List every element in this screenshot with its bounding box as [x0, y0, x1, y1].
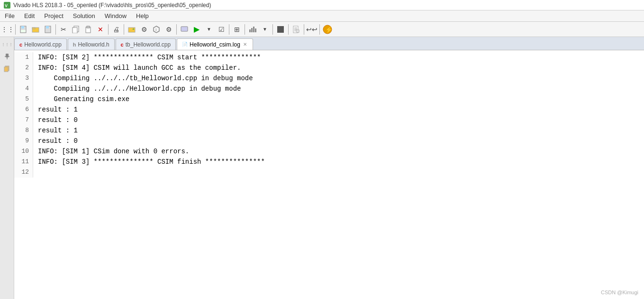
tab-helloworld-csim-log[interactable]: 📄 Helloworld_csim.log ✕ — [177, 38, 253, 50]
svg-text:+: + — [132, 27, 135, 31]
svg-rect-12 — [87, 26, 90, 28]
toolbar-grid-btn[interactable]: ⊞ — [231, 24, 243, 35]
code-line-11: 11INFO: [SIM 3] *************** CSIM fin… — [14, 157, 644, 167]
toolbar-check-btn[interactable]: ☑ — [216, 24, 227, 35]
sidebar-dots-btn[interactable]: ⋮⋮⋮ — [2, 39, 12, 49]
svg-rect-30 — [6, 54, 9, 57]
svg-rect-22 — [277, 26, 284, 33]
menu-item-help[interactable]: Help — [131, 11, 154, 20]
line-content-2: INFO: [SIM 4] CSIM will launch GCC as th… — [33, 63, 241, 73]
line-number-4: 4 — [14, 84, 33, 94]
code-line-5: 5 Generating csim.exe — [14, 94, 644, 104]
line-number-1: 1 — [14, 52, 33, 63]
line-content-11: INFO: [SIM 3] *************** CSIM finis… — [33, 157, 265, 167]
tab-label-helloworld-csim-log: Helloworld_csim.log — [190, 41, 240, 48]
line-content-6: result : 1 — [33, 104, 78, 115]
title-text: Vivado HLS 2018.3 - 05_openled (F:\vivad… — [13, 2, 211, 9]
line-number-9: 9 — [14, 136, 33, 146]
svg-text:↕: ↕ — [155, 28, 157, 32]
tab-label-tb-helloworld-cpp: tb_Helloworld.cpp — [126, 41, 171, 48]
line-number-3: 3 — [14, 73, 33, 84]
svg-rect-21 — [255, 28, 256, 32]
toolbar-settings-btn[interactable]: ⚙ — [138, 24, 150, 35]
toolbar-lightning-btn[interactable]: ⚡ — [322, 24, 333, 35]
menu-item-solution[interactable]: Solution — [68, 11, 100, 20]
svg-rect-18 — [249, 29, 251, 32]
title-icon: V — [4, 2, 10, 9]
svg-rect-8 — [46, 26, 49, 28]
toolbar-paste-btn[interactable] — [82, 24, 94, 35]
line-number-11: 11 — [14, 157, 33, 167]
menu-bar: FileEditProjectSolutionWindowHelp — [0, 10, 644, 22]
code-line-6: 6result : 1 — [14, 104, 644, 115]
toolbar-hexagon-btn[interactable]: ↕ — [151, 24, 162, 35]
line-number-12: 12 — [14, 167, 33, 178]
toolbar-chart-btn[interactable] — [247, 24, 258, 35]
sidebar-copy-btn[interactable] — [2, 64, 12, 74]
svg-rect-34 — [4, 67, 8, 72]
toolbar-delete-btn[interactable]: ✕ — [95, 24, 106, 35]
tab-helloworld-cpp[interactable]: c Helloworld.cpp — [14, 38, 67, 50]
title-bar: V Vivado HLS 2018.3 - 05_openled (F:\viv… — [0, 0, 644, 10]
svg-rect-19 — [251, 28, 253, 32]
toolbar-saveas-btn[interactable] — [42, 24, 54, 35]
svg-rect-4 — [21, 30, 26, 32]
line-content-10: INFO: [SIM 1] CSim done with 0 errors. — [33, 146, 189, 157]
line-number-6: 6 — [14, 104, 33, 115]
toolbar-sep-6 — [229, 24, 229, 35]
code-line-1: 1INFO: [SIM 2] *************** CSIM star… — [14, 52, 644, 63]
menu-item-edit[interactable]: Edit — [19, 11, 39, 20]
tab-icon-helloworld-h: h — [73, 42, 76, 47]
tab-helloworld-h[interactable]: h Helloworld.h — [68, 38, 115, 50]
line-content-3: Compiling ../../../tb_Helloworld.cpp in … — [33, 73, 253, 84]
menu-item-project[interactable]: Project — [39, 11, 68, 20]
toolbar-sep-2 — [55, 24, 56, 35]
line-content-12 — [33, 167, 38, 178]
toolbar-sep-5 — [176, 24, 177, 35]
toolbar-save-btn[interactable] — [18, 24, 29, 35]
menu-item-window[interactable]: Window — [100, 11, 131, 20]
code-editor[interactable]: 1INFO: [SIM 2] *************** CSIM star… — [14, 50, 644, 299]
line-number-5: 5 — [14, 94, 33, 104]
toolbar-dot-btn[interactable]: ⋮⋮ — [2, 24, 13, 35]
editor-area: c Helloworld.cpp h Helloworld.h c tb_Hel… — [14, 37, 644, 299]
toolbar-sep-11 — [319, 24, 320, 35]
toolbar-chart-dropdown-btn[interactable]: ▼ — [259, 24, 271, 35]
toolbar-copy-btn[interactable] — [70, 24, 82, 35]
toolbar-sep-7 — [245, 24, 245, 35]
svg-rect-17 — [181, 27, 188, 31]
line-number-8: 8 — [14, 125, 33, 136]
line-content-5: Generating csim.exe — [33, 94, 129, 104]
toolbar-notes-btn[interactable] — [290, 24, 302, 35]
svg-rect-6 — [32, 28, 35, 29]
sidebar-pin-btn[interactable] — [2, 51, 12, 62]
toolbar-sep-9 — [288, 24, 289, 35]
toolbar-newfolder-btn[interactable]: + — [126, 24, 137, 35]
toolbar-run-dropdown-btn[interactable]: ▼ — [203, 24, 215, 35]
line-number-7: 7 — [14, 115, 33, 125]
toolbar-print-btn[interactable]: 🖨 — [110, 24, 122, 35]
tabs-bar: c Helloworld.cpp h Helloworld.h c tb_Hel… — [14, 37, 644, 50]
code-line-3: 3 Compiling ../../../tb_Helloworld.cpp i… — [14, 73, 644, 84]
menu-item-file[interactable]: File — [0, 11, 19, 20]
toolbar-undo-btn[interactable]: ↩↩ — [306, 24, 317, 35]
toolbar-open-btn[interactable] — [30, 24, 41, 35]
toolbar-sep-1 — [15, 24, 16, 35]
tab-close-helloworld-csim-log[interactable]: ✕ — [242, 42, 248, 47]
tab-icon-helloworld-csim-log: 📄 — [182, 42, 188, 47]
tab-tb-helloworld-cpp[interactable]: c tb_Helloworld.cpp — [116, 38, 176, 50]
code-line-8: 8result : 1 — [14, 125, 644, 136]
svg-rect-10 — [73, 28, 77, 33]
toolbar-run-btn[interactable]: ▶ — [191, 24, 202, 35]
code-line-12: 12 — [14, 167, 644, 178]
toolbar-cut-btn[interactable]: ✂ — [58, 24, 69, 35]
toolbar-sep-8 — [272, 24, 273, 35]
toolbar-screen-btn[interactable] — [179, 24, 190, 35]
line-number-10: 10 — [14, 146, 33, 157]
code-line-7: 7result : 0 — [14, 115, 644, 125]
main-area: ⋮⋮⋮ c Helloworld.cpp h Helloworld.h c tb… — [0, 37, 644, 299]
toolbar-stop-btn[interactable] — [275, 24, 286, 35]
toolbar-settings2-btn[interactable]: ⚙ — [163, 24, 174, 35]
line-content-8: result : 1 — [33, 125, 78, 136]
svg-rect-20 — [253, 27, 254, 32]
